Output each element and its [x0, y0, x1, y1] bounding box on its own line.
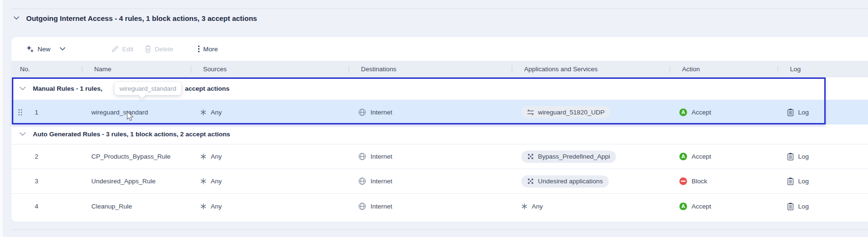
application-pill[interactable]: Bypass_Predefined_Appi [521, 151, 616, 163]
log-value: Log [798, 203, 809, 210]
log-value: Log [798, 109, 809, 116]
log-cell: Log [778, 177, 868, 185]
sources-cell: Any [191, 109, 349, 116]
application-pill[interactable]: Undesired applications [521, 175, 609, 188]
asterisk-icon [200, 178, 206, 184]
clipboard-icon [787, 108, 794, 116]
action-value: Accept [692, 153, 711, 160]
action-cell: AAccept [670, 202, 778, 210]
sources-cell: Any [191, 153, 349, 160]
rulebase-toolbar: New Edit Delete More [11, 37, 868, 61]
globe-icon [358, 108, 366, 116]
rule-row-2[interactable]: 2CP_Products_Bypass_RuleAnyInternetBypas… [11, 144, 868, 169]
application-name: Any [532, 203, 543, 210]
delete-button[interactable]: Delete [145, 45, 173, 53]
app-grid-icon [527, 178, 534, 185]
sources-value: Any [211, 153, 222, 160]
swap-arrows-icon [527, 109, 534, 115]
chevron-group-icon[interactable] [19, 132, 26, 136]
column-header-destinations: Destinations [349, 61, 512, 77]
asterisk-icon [200, 109, 206, 115]
destinations-cell: Internet [349, 108, 512, 116]
rule-name: Undesired_Apps_Rule [91, 178, 156, 185]
action-cell: AAccept [670, 152, 778, 161]
name-cell: Cleanup_Rule [82, 203, 191, 210]
rule-name: CP_Products_Bypass_Rule [91, 153, 171, 160]
group-row[interactable]: Auto Generated Rules - 3 rules, 1 block … [11, 124, 868, 144]
rule-number: 2 [35, 153, 39, 160]
group-label: Auto Generated Rules - 3 rules, 1 block … [33, 131, 230, 138]
pencil-icon [111, 45, 119, 53]
application-name: Undesired applications [538, 178, 603, 185]
sources-value: Any [211, 109, 222, 116]
drag-handle-icon[interactable] [18, 109, 22, 116]
policy-section-header[interactable]: Outgoing Internet Access - 4 rules, 1 bl… [13, 12, 257, 24]
group-row[interactable]: Manual Rules - 1 rules,wireguard_standar… [11, 77, 868, 100]
column-header-no: No. [11, 61, 82, 77]
applications-cell: Any [512, 203, 670, 210]
top-divider [11, 9, 868, 9]
new-button[interactable]: New [26, 45, 66, 53]
rule-row-3[interactable]: 3Undesired_Apps_RuleAnyInternetUndesired… [11, 169, 868, 194]
more-button-label: More [203, 46, 218, 53]
log-value: Log [798, 178, 809, 185]
table-body: Manual Rules - 1 rules,wireguard_standar… [11, 77, 868, 218]
svg-text:A: A [681, 109, 685, 115]
more-button[interactable]: More [198, 45, 218, 53]
rule-number: 3 [35, 178, 39, 185]
svg-text:A: A [681, 153, 685, 159]
destinations-cell: Internet [349, 152, 512, 161]
edit-button[interactable]: Edit [111, 45, 133, 53]
name-cell: wireguard_standard [82, 109, 191, 116]
column-header-action: Action [670, 61, 778, 77]
no-cell: 3 [11, 178, 82, 185]
chevron-group-icon[interactable] [19, 86, 26, 91]
action-cell: AAccept [670, 108, 778, 116]
globe-icon [358, 202, 366, 210]
column-header-name: Name [82, 61, 191, 77]
asterisk-icon [200, 203, 206, 209]
application-name: Bypass_Predefined_Appi [538, 153, 610, 160]
rule-number: 1 [35, 109, 39, 116]
application-pill[interactable]: wireguard_51820_UDP [521, 106, 610, 118]
block-icon [679, 177, 687, 185]
destinations-cell: Internet [349, 202, 512, 210]
rulebase-card: New Edit Delete More No. Name Sources De… [11, 37, 868, 222]
log-cell: Log [778, 108, 868, 116]
accept-icon: A [679, 108, 687, 116]
chevron-down-icon[interactable] [13, 16, 20, 20]
destinations-cell: Internet [349, 177, 512, 185]
destinations-value: Internet [371, 153, 392, 160]
rule-row-1[interactable]: 1wireguard_standardAnyInternetwireguard_… [11, 100, 868, 124]
app-grid-icon [527, 153, 534, 160]
new-button-label: New [38, 46, 50, 53]
rule-name: Cleanup_Rule [91, 203, 132, 210]
trash-icon [145, 45, 151, 53]
action-value: Accept [692, 203, 711, 210]
log-value: Log [798, 153, 809, 160]
kebab-menu-icon [198, 45, 200, 53]
rule-number: 4 [35, 203, 39, 210]
destinations-value: Internet [371, 109, 392, 116]
application-name: wireguard_51820_UDP [538, 109, 605, 116]
rule-row-4[interactable]: 4Cleanup_RuleAnyInternetAnyAAcceptLog [11, 194, 868, 218]
accept-icon: A [679, 152, 687, 161]
chevron-down-icon [59, 47, 66, 51]
asterisk-icon [200, 153, 206, 160]
no-cell: 2 [11, 153, 82, 160]
action-cell: Block [670, 177, 778, 185]
left-edge-strip [0, 0, 3, 237]
globe-icon [358, 177, 366, 185]
sources-cell: Any [191, 203, 349, 210]
column-header-sources: Sources [191, 61, 349, 77]
clipboard-icon [787, 152, 794, 161]
no-cell: 1 [11, 109, 82, 116]
clipboard-icon [787, 202, 794, 210]
table-header-row: No. Name Sources Destinations Applicatio… [11, 61, 868, 77]
sources-value: Any [211, 203, 222, 210]
group-label: Manual Rules - 1 rules, [33, 85, 102, 92]
sparkle-icon [26, 45, 34, 53]
edit-button-label: Edit [122, 46, 133, 53]
sources-value: Any [211, 178, 222, 185]
group-label-suffix: accept actions [185, 85, 230, 92]
